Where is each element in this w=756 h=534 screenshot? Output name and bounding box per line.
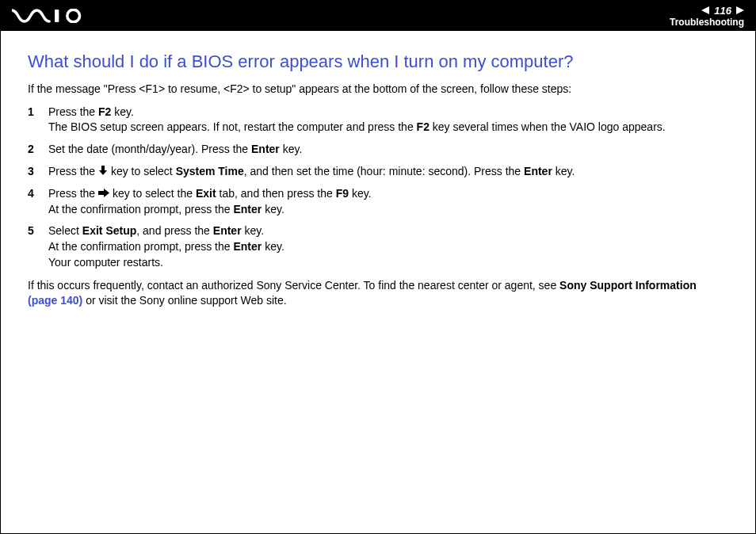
step-5: 5 Select Exit Setup, and press the Enter… xyxy=(28,223,728,270)
right-arrow-icon xyxy=(98,186,109,202)
intro-text: If the message "Press <F1> to resume, <F… xyxy=(28,82,728,97)
step-1: 1 Press the F2 key. The BIOS setup scree… xyxy=(28,105,728,135)
page-title: What should I do if a BIOS error appears… xyxy=(28,51,728,72)
step-body: Press the key to select System Time, and… xyxy=(48,164,728,180)
content-area: What should I do if a BIOS error appears… xyxy=(1,31,755,308)
step-number: 3 xyxy=(28,164,48,180)
down-arrow-icon xyxy=(98,164,108,180)
step-2: 2 Set the date (month/day/year). Press t… xyxy=(28,142,728,158)
next-page-arrow-icon[interactable] xyxy=(736,6,744,14)
step-number: 5 xyxy=(28,223,48,239)
vaio-logo xyxy=(12,9,88,23)
step-4: 4 Press the key to select the Exit tab, … xyxy=(28,186,728,218)
header-right: 116 Troubleshooting xyxy=(670,6,744,27)
step-list: 1 Press the F2 key. The BIOS setup scree… xyxy=(28,105,728,270)
page-navigator: 116 xyxy=(701,6,744,16)
step-body: Press the key to select the Exit tab, an… xyxy=(48,186,728,218)
step-body: Select Exit Setup, and press the Enter k… xyxy=(48,223,728,270)
step-body: Set the date (month/day/year). Press the… xyxy=(48,142,728,158)
step-number: 1 xyxy=(28,105,48,120)
step-body: Press the F2 key. The BIOS setup screen … xyxy=(48,105,728,135)
page-link[interactable]: (page 140) xyxy=(28,294,82,307)
step-number: 2 xyxy=(28,142,48,158)
outro-text: If this occurs frequently, contact an au… xyxy=(28,278,728,308)
document-page: 116 Troubleshooting What should I do if … xyxy=(0,0,756,534)
header-bar: 116 Troubleshooting xyxy=(1,1,755,31)
step-number: 4 xyxy=(28,186,48,202)
svg-point-1 xyxy=(67,10,80,22)
step-3: 3 Press the key to select System Time, a… xyxy=(28,164,728,180)
section-label: Troubleshooting xyxy=(670,17,744,27)
svg-rect-0 xyxy=(55,10,59,22)
prev-page-arrow-icon[interactable] xyxy=(701,6,709,14)
page-number: 116 xyxy=(714,6,731,16)
